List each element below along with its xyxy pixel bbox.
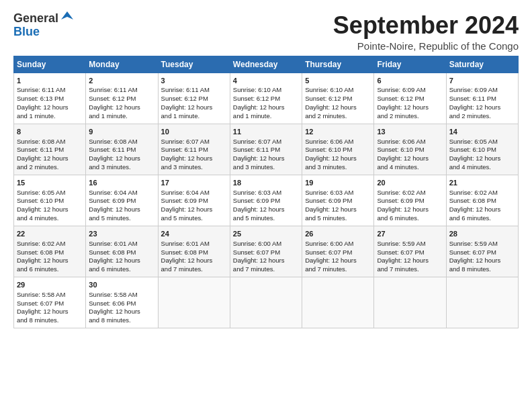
- calendar-cell: 13Sunrise: 6:06 AMSunset: 6:10 PMDayligh…: [374, 124, 446, 175]
- week-row-2: 8Sunrise: 6:08 AMSunset: 6:11 PMDaylight…: [14, 124, 519, 175]
- daylight-detail: and 8 minutes.: [17, 316, 58, 324]
- daylight-label: Daylight: 12 hours: [377, 257, 429, 264]
- day-number: 29: [17, 280, 83, 290]
- day-number: 5: [305, 76, 371, 86]
- sunrise-label: Sunrise: 6:07 AM: [161, 138, 210, 145]
- day-number: 16: [89, 178, 154, 188]
- daylight-detail: and 4 minutes.: [377, 163, 418, 171]
- sunset-label: Sunset: 6:07 PM: [449, 248, 496, 256]
- daylight-label: Daylight: 12 hours: [89, 154, 140, 162]
- day-number: 17: [161, 178, 227, 188]
- sunset-label: Sunset: 6:12 PM: [377, 95, 424, 102]
- daylight-label: Daylight: 12 hours: [305, 154, 357, 162]
- sunrise-label: Sunrise: 6:07 AM: [233, 138, 281, 145]
- calendar-cell: 4Sunrise: 6:10 AMSunset: 6:12 PMDaylight…: [230, 73, 302, 124]
- calendar-cell: 15Sunrise: 6:05 AMSunset: 6:10 PMDayligh…: [14, 175, 86, 226]
- daylight-label: Daylight: 12 hours: [89, 308, 140, 315]
- sunrise-label: Sunrise: 6:01 AM: [161, 240, 210, 247]
- daylight-detail: and 1 minute.: [161, 112, 200, 120]
- calendar-cell: 26Sunrise: 6:00 AMSunset: 6:07 PMDayligh…: [302, 226, 374, 277]
- daylight-label: Daylight: 12 hours: [89, 103, 140, 111]
- col-monday: Monday: [86, 56, 158, 73]
- daylight-detail: and 7 minutes.: [233, 265, 275, 273]
- daylight-label: Daylight: 12 hours: [161, 205, 213, 213]
- day-number: 7: [449, 76, 515, 86]
- logo-general: General: [13, 12, 58, 26]
- sunset-label: Sunset: 6:11 PM: [89, 146, 136, 153]
- daylight-detail: and 5 minutes.: [161, 214, 203, 222]
- sunrise-label: Sunrise: 6:00 AM: [233, 240, 281, 247]
- daylight-label: Daylight: 12 hours: [233, 257, 285, 264]
- daylight-detail: and 3 minutes.: [305, 163, 347, 171]
- calendar-cell: 5Sunrise: 6:10 AMSunset: 6:12 PMDaylight…: [302, 73, 374, 124]
- daylight-label: Daylight: 12 hours: [161, 257, 213, 264]
- sunrise-label: Sunrise: 6:02 AM: [377, 189, 425, 196]
- daylight-detail: and 6 minutes.: [17, 265, 58, 273]
- sunset-label: Sunset: 6:09 PM: [161, 197, 208, 204]
- sunrise-label: Sunrise: 6:11 AM: [17, 86, 65, 93]
- week-row-4: 22Sunrise: 6:02 AMSunset: 6:08 PMDayligh…: [14, 226, 519, 277]
- title-block: September 2024 Pointe-Noire, Republic of…: [333, 12, 519, 52]
- sunrise-label: Sunrise: 6:04 AM: [89, 189, 137, 196]
- calendar-cell: 3Sunrise: 6:11 AMSunset: 6:12 PMDaylight…: [158, 73, 230, 124]
- day-number: 27: [377, 229, 443, 239]
- daylight-label: Daylight: 12 hours: [17, 308, 69, 315]
- sunset-label: Sunset: 6:08 PM: [161, 248, 208, 256]
- sunrise-label: Sunrise: 6:06 AM: [305, 138, 353, 145]
- sunset-label: Sunset: 6:11 PM: [449, 95, 496, 102]
- daylight-detail: and 3 minutes.: [233, 163, 275, 171]
- daylight-label: Daylight: 12 hours: [161, 154, 213, 162]
- calendar-cell: 22Sunrise: 6:02 AMSunset: 6:08 PMDayligh…: [14, 226, 86, 277]
- calendar-cell: 23Sunrise: 6:01 AMSunset: 6:08 PMDayligh…: [86, 226, 158, 277]
- sunset-label: Sunset: 6:08 PM: [449, 197, 496, 204]
- daylight-detail: and 7 minutes.: [305, 265, 347, 273]
- sunrise-label: Sunrise: 6:03 AM: [233, 189, 281, 196]
- daylight-detail: and 2 minutes.: [305, 112, 347, 120]
- daylight-label: Daylight: 12 hours: [305, 205, 357, 213]
- day-number: 8: [17, 127, 83, 137]
- calendar-cell: 24Sunrise: 6:01 AMSunset: 6:08 PMDayligh…: [158, 226, 230, 277]
- sunrise-label: Sunrise: 5:59 AM: [449, 240, 498, 247]
- daylight-label: Daylight: 12 hours: [233, 154, 285, 162]
- calendar-cell: [158, 277, 230, 328]
- daylight-label: Daylight: 12 hours: [377, 205, 429, 213]
- daylight-detail: and 3 minutes.: [161, 163, 203, 171]
- col-sunday: Sunday: [14, 56, 86, 73]
- day-number: 30: [89, 280, 154, 290]
- sunset-label: Sunset: 6:11 PM: [17, 146, 64, 153]
- daylight-detail: and 6 minutes.: [449, 214, 491, 222]
- calendar-cell: 27Sunrise: 5:59 AMSunset: 6:07 PMDayligh…: [374, 226, 446, 277]
- sunrise-label: Sunrise: 6:02 AM: [17, 240, 65, 247]
- calendar-cell: 10Sunrise: 6:07 AMSunset: 6:11 PMDayligh…: [158, 124, 230, 175]
- daylight-label: Daylight: 12 hours: [17, 103, 69, 111]
- calendar-cell: [446, 277, 518, 328]
- calendar-table: Sunday Monday Tuesday Wednesday Thursday…: [13, 56, 519, 328]
- col-saturday: Saturday: [446, 56, 518, 73]
- sunset-label: Sunset: 6:10 PM: [449, 146, 496, 153]
- sunrise-label: Sunrise: 6:02 AM: [449, 189, 498, 196]
- sunrise-label: Sunrise: 6:06 AM: [377, 138, 425, 145]
- sunrise-label: Sunrise: 6:05 AM: [449, 138, 498, 145]
- col-tuesday: Tuesday: [158, 56, 230, 73]
- header: General Blue September 2024 Pointe-Noire…: [13, 12, 519, 52]
- sunset-label: Sunset: 6:08 PM: [17, 248, 64, 256]
- sunrise-label: Sunrise: 5:58 AM: [89, 291, 137, 298]
- sunset-label: Sunset: 6:07 PM: [377, 248, 424, 256]
- calendar-cell: 12Sunrise: 6:06 AMSunset: 6:10 PMDayligh…: [302, 124, 374, 175]
- sunrise-label: Sunrise: 6:01 AM: [89, 240, 137, 247]
- day-number: 3: [161, 76, 227, 86]
- day-number: 22: [17, 229, 83, 239]
- col-wednesday: Wednesday: [230, 56, 302, 73]
- month-title: September 2024: [333, 12, 519, 39]
- daylight-label: Daylight: 12 hours: [89, 205, 140, 213]
- daylight-label: Daylight: 12 hours: [377, 103, 429, 111]
- daylight-label: Daylight: 12 hours: [449, 103, 501, 111]
- daylight-label: Daylight: 12 hours: [17, 154, 69, 162]
- sunrise-label: Sunrise: 6:08 AM: [89, 138, 137, 145]
- subtitle: Pointe-Noire, Republic of the Congo: [333, 40, 519, 52]
- day-number: 13: [377, 127, 443, 137]
- day-number: 21: [449, 178, 515, 188]
- sunrise-label: Sunrise: 6:10 AM: [305, 86, 353, 93]
- svg-marker-0: [61, 11, 73, 19]
- calendar-cell: 2Sunrise: 6:11 AMSunset: 6:12 PMDaylight…: [86, 73, 158, 124]
